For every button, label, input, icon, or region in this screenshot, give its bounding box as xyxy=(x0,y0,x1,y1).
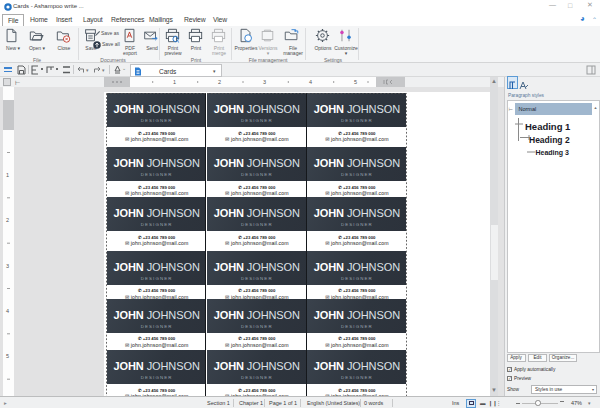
svg-text:2: 2 xyxy=(6,217,9,223)
svg-text:5: 5 xyxy=(354,79,357,85)
svg-text:4: 4 xyxy=(309,79,312,85)
svg-text:3: 3 xyxy=(263,79,266,85)
svg-text:5: 5 xyxy=(6,353,9,359)
svg-text:4: 4 xyxy=(6,308,9,314)
svg-text:2: 2 xyxy=(218,79,221,85)
svg-text:1: 1 xyxy=(173,79,176,85)
svg-text:3: 3 xyxy=(6,263,9,269)
svg-text:1: 1 xyxy=(6,172,9,178)
